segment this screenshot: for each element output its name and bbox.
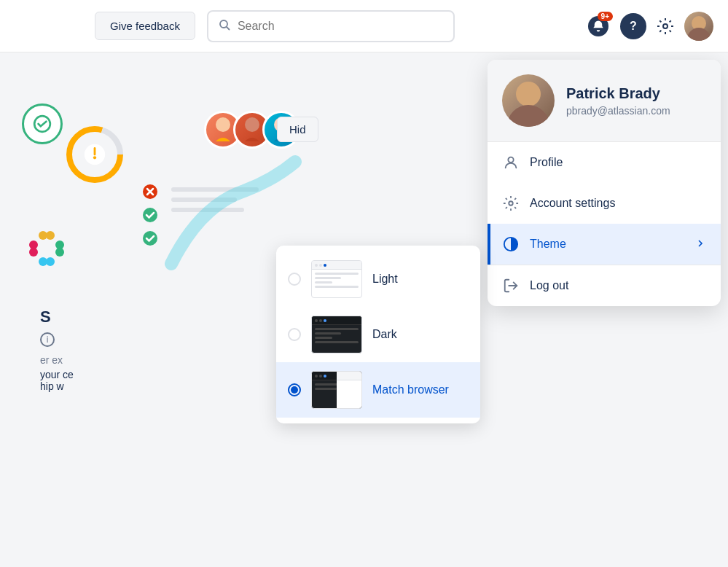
svg-rect-19 (55, 248, 64, 257)
radio-match-browser[interactable] (288, 383, 301, 396)
search-icon (219, 19, 230, 34)
profile-name: Patrick Brady (566, 85, 670, 102)
profile-info: Patrick Brady pbrady@atlassian.com (566, 85, 670, 117)
give-feedback-button[interactable]: Give feedback (95, 12, 195, 40)
hide-button[interactable]: Hid (277, 117, 318, 142)
profile-dropdown-avatar (502, 74, 555, 127)
content-area: Hid S i er ex your ce hip w Patrick Brad… (0, 52, 728, 567)
search-bar[interactable] (207, 10, 455, 42)
chevron-right-icon (694, 238, 706, 251)
profile-dropdown-header: Patrick Brady pbrady@atlassian.com (488, 60, 721, 141)
svg-point-2 (663, 24, 668, 28)
search-input[interactable] (238, 20, 443, 33)
theme-option-match-browser[interactable]: Match browser (276, 362, 480, 418)
profile-dropdown: Patrick Brady pbrady@atlassian.com Profi… (488, 60, 721, 306)
info-icon: i (40, 332, 55, 347)
svg-point-10 (143, 208, 157, 222)
section-title-s: S (40, 308, 74, 326)
menu-item-profile[interactable]: Profile (488, 142, 721, 183)
body-text-area: S i er ex your ce hip w (40, 308, 74, 392)
logout-icon (502, 277, 520, 294)
light-preview (311, 260, 362, 298)
check-circle (22, 103, 63, 144)
theme-submenu: Light Dark (276, 246, 480, 423)
theme-option-light[interactable]: Light (276, 251, 480, 307)
svg-point-6 (93, 156, 96, 159)
person-icon (502, 154, 520, 171)
svg-point-25 (509, 201, 513, 206)
radio-light[interactable] (288, 273, 301, 286)
svg-point-11 (143, 231, 157, 246)
menu-item-account-settings[interactable]: Account settings (488, 183, 721, 224)
notifications-button[interactable]: 9+ (582, 10, 614, 42)
theme-label: Theme (530, 238, 684, 251)
menu-item-theme[interactable]: Theme (488, 224, 721, 265)
match-browser-preview (311, 371, 362, 409)
gear-icon (502, 195, 520, 212)
user-avatar-button[interactable] (684, 12, 713, 41)
user-avatar-image (684, 12, 713, 41)
gauge-chart (62, 122, 128, 190)
profile-label: Profile (530, 156, 706, 169)
radio-dark[interactable] (288, 328, 301, 341)
svg-point-24 (508, 157, 513, 163)
body-text-hip: hip w (40, 380, 74, 392)
slack-logo (26, 227, 68, 270)
status-icons (142, 184, 158, 246)
notification-count: 9+ (598, 12, 613, 21)
radio-inner-dot (291, 386, 298, 394)
body-text-your: your ce (40, 369, 74, 380)
menu-item-logout[interactable]: Log out (488, 265, 721, 306)
dark-preview (311, 316, 362, 353)
account-settings-label: Account settings (530, 197, 706, 210)
svg-rect-13 (218, 122, 228, 128)
svg-point-14 (245, 117, 259, 132)
svg-rect-17 (29, 248, 38, 257)
light-theme-label: Light (372, 273, 398, 286)
match-browser-theme-label: Match browser (372, 383, 449, 396)
theme-option-dark[interactable]: Dark (276, 307, 480, 362)
body-text-er: er ex (40, 354, 74, 366)
svg-rect-23 (46, 257, 55, 266)
theme-icon (502, 235, 520, 253)
svg-line-1 (227, 27, 230, 30)
active-indicator-bar (488, 224, 490, 265)
logout-label: Log out (530, 279, 706, 292)
header-icons: 9+ ? (582, 10, 713, 42)
header: Give feedback 9+ ? (0, 0, 728, 52)
dark-theme-label: Dark (372, 328, 397, 341)
question-mark-icon: ? (630, 20, 637, 33)
content-lines (171, 187, 259, 212)
svg-rect-21 (46, 231, 55, 240)
settings-button[interactable] (652, 13, 678, 39)
help-button[interactable]: ? (620, 13, 646, 39)
profile-email: pbrady@atlassian.com (566, 105, 670, 117)
